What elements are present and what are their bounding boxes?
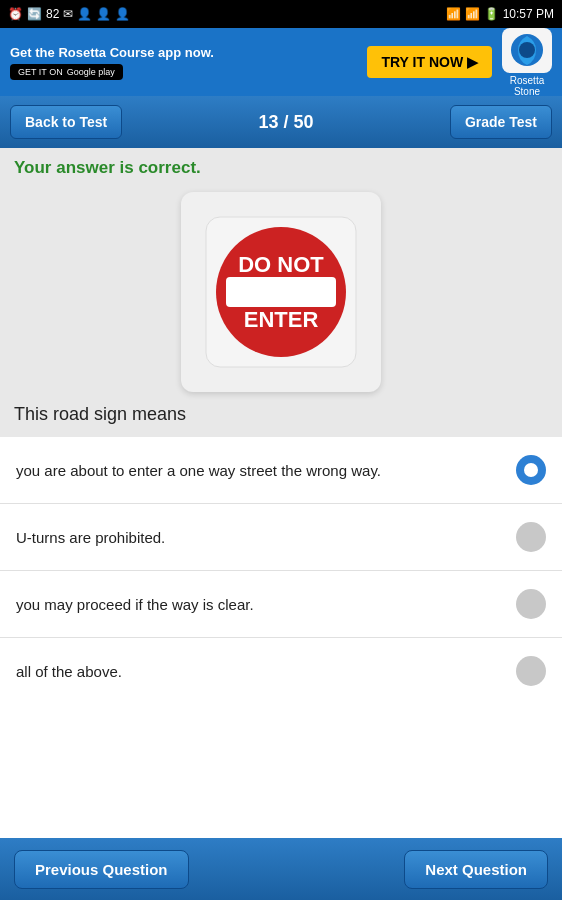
ad-left-content: Get the Rosetta Course app now. GET IT O… <box>10 45 357 80</box>
stone-name: Stone <box>514 86 540 97</box>
get-it-on-label: GET IT ON <box>18 67 63 77</box>
signal-icon: 📶 <box>465 7 480 21</box>
svg-text:ENTER: ENTER <box>244 307 319 332</box>
svg-point-1 <box>519 42 535 58</box>
rosetta-stone-logo: Rosetta Stone <box>502 28 552 97</box>
notif2-icon: 👤 <box>96 7 111 21</box>
question-counter: 13 / 50 <box>259 112 314 133</box>
ad-banner[interactable]: Get the Rosetta Course app now. GET IT O… <box>0 28 562 96</box>
svg-text:DO NOT: DO NOT <box>238 252 324 277</box>
question-text: This road sign means <box>0 404 562 437</box>
answer-option-a[interactable]: you are about to enter a one way street … <box>0 437 562 504</box>
rosetta-name: Rosetta <box>510 75 544 86</box>
status-right-icons: 📶 📶 🔋 10:57 PM <box>446 7 554 21</box>
sms-icon: ✉ <box>63 7 73 21</box>
radio-button-d[interactable] <box>516 656 546 686</box>
radio-button-a[interactable] <box>516 455 546 485</box>
try-now-button[interactable]: TRY IT NOW ▶ <box>367 46 492 78</box>
answer-label-a: you are about to enter a one way street … <box>16 462 516 479</box>
next-question-button[interactable]: Next Question <box>404 850 548 889</box>
nav-bar: Back to Test 13 / 50 Grade Test <box>0 96 562 148</box>
answers-area: you are about to enter a one way street … <box>0 437 562 838</box>
bottom-nav: Previous Question Next Question <box>0 838 562 900</box>
answer-label-b: U-turns are prohibited. <box>16 529 516 546</box>
radio-button-b[interactable] <box>516 522 546 552</box>
battery-icon: 🔋 <box>484 7 499 21</box>
answer-option-b[interactable]: U-turns are prohibited. <box>0 504 562 571</box>
google-play-label: Google play <box>67 67 115 77</box>
main-content: Your answer is correct. DO NOT ENTER Thi… <box>0 148 562 838</box>
status-bar: ⏰ 🔄 82 ✉ 👤 👤 👤 📶 📶 🔋 10:57 PM <box>0 0 562 28</box>
notif1-icon: 👤 <box>77 7 92 21</box>
radio-button-c[interactable] <box>516 589 546 619</box>
previous-question-button[interactable]: Previous Question <box>14 850 189 889</box>
answer-label-d: all of the above. <box>16 663 516 680</box>
grade-test-button[interactable]: Grade Test <box>450 105 552 139</box>
wifi-icon: 📶 <box>446 7 461 21</box>
correct-banner: Your answer is correct. <box>0 148 562 184</box>
notif3-icon: 👤 <box>115 7 130 21</box>
back-to-test-button[interactable]: Back to Test <box>10 105 122 139</box>
try-now-label: TRY IT NOW ▶ <box>381 54 478 70</box>
time-display: 10:57 PM <box>503 7 554 21</box>
answer-label-c: you may proceed if the way is clear. <box>16 596 516 613</box>
status-left-icons: ⏰ 🔄 82 ✉ 👤 👤 👤 <box>8 7 130 21</box>
battery-percent: 82 <box>46 7 59 21</box>
alarm-icon: ⏰ <box>8 7 23 21</box>
do-not-enter-sign: DO NOT ENTER <box>201 212 361 372</box>
sync-icon: 🔄 <box>27 7 42 21</box>
radio-inner-a <box>524 463 538 477</box>
google-play-badge[interactable]: GET IT ON Google play <box>10 64 123 80</box>
ad-top-text: Get the Rosetta Course app now. <box>10 45 357 60</box>
correct-text: Your answer is correct. <box>14 158 201 177</box>
answer-option-d[interactable]: all of the above. <box>0 638 562 704</box>
answer-option-c[interactable]: you may proceed if the way is clear. <box>0 571 562 638</box>
svg-rect-4 <box>226 277 336 307</box>
sign-area: DO NOT ENTER <box>0 184 562 404</box>
sign-container: DO NOT ENTER <box>181 192 381 392</box>
rosetta-logo-image <box>502 28 552 73</box>
